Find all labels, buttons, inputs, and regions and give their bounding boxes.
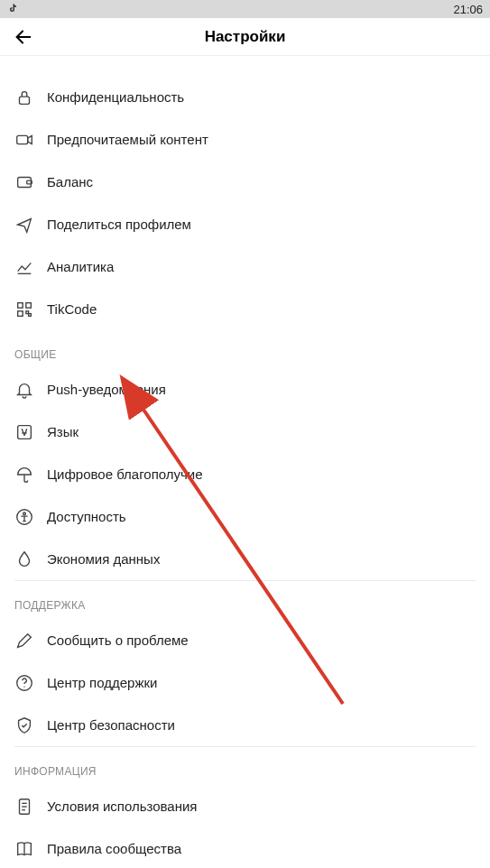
svg-marker-3 [28, 135, 32, 143]
settings-item-label: Предпочитаемый контент [47, 132, 208, 147]
settings-item-language[interactable]: Язык [0, 411, 490, 453]
svg-point-13 [23, 512, 26, 514]
svg-rect-11 [18, 425, 32, 439]
settings-item-report-problem[interactable]: Сообщить о проблеме [0, 619, 490, 661]
shield-check-icon [14, 716, 34, 735]
accessibility-icon [14, 507, 34, 527]
back-button[interactable] [11, 24, 36, 50]
settings-item-label: Условия использования [47, 799, 198, 814]
settings-item-safety-center[interactable]: Центр безопасности [0, 704, 490, 746]
status-time: 21:06 [453, 3, 483, 16]
settings-item-label: Поделиться профилем [47, 217, 191, 232]
settings-item-label: TikCode [47, 301, 97, 317]
settings-item-help-center[interactable]: Центр поддержки [0, 661, 490, 704]
settings-item-label: Конфиденциальность [47, 89, 184, 105]
settings-item-digital-wellbeing[interactable]: Цифровое благополучие [0, 453, 490, 495]
settings-item-data-saver[interactable]: Экономия данных [0, 538, 490, 580]
settings-item-community-guidelines[interactable]: Правила сообщества [0, 827, 490, 868]
settings-item-label: Центр безопасности [47, 717, 175, 733]
status-bar: 21:06 [0, 0, 490, 18]
settings-item-label: Сообщить о проблеме [47, 633, 189, 648]
arrow-left-icon [14, 27, 33, 47]
settings-item-label: Цифровое благополучие [47, 466, 203, 482]
settings-item-label: Экономия данных [47, 551, 160, 567]
settings-item-analytics[interactable]: Аналитика [0, 245, 490, 288]
settings-item-label: Центр поддержки [47, 675, 157, 690]
book-icon [14, 839, 34, 859]
qr-icon [14, 300, 34, 319]
section-header-support: ПОДДЕРЖКА [0, 581, 490, 619]
svg-rect-4 [18, 177, 32, 187]
chart-icon [14, 257, 34, 277]
settings-list: Конфиденциальность Предпочитаемый контен… [0, 56, 490, 868]
settings-item-tikcode[interactable]: TikCode [0, 288, 490, 330]
settings-item-privacy[interactable]: Конфиденциальность [0, 76, 490, 118]
settings-item-label: Аналитика [47, 259, 114, 274]
svg-rect-6 [18, 302, 23, 308]
svg-rect-1 [20, 97, 30, 104]
svg-rect-10 [29, 313, 32, 316]
settings-item-accessibility[interactable]: Доступность [0, 495, 490, 538]
pencil-icon [14, 631, 34, 651]
partial-row [0, 56, 490, 76]
settings-item-share-profile[interactable]: Поделиться профилем [0, 203, 490, 245]
bell-icon [14, 380, 34, 400]
settings-item-terms[interactable]: Условия использования [0, 785, 490, 827]
settings-item-label: Баланс [47, 174, 93, 189]
section-header-info: ИНФОРМАЦИЯ [0, 747, 490, 785]
help-icon [14, 673, 34, 693]
svg-rect-2 [17, 135, 28, 143]
settings-item-label: Язык [47, 424, 79, 439]
settings-item-balance[interactable]: Баланс [0, 161, 490, 203]
umbrella-icon [14, 465, 34, 485]
settings-item-label: Доступность [47, 509, 126, 524]
tiktok-status-icon [7, 3, 18, 16]
section-header-general: ОБЩИЕ [0, 330, 490, 368]
settings-item-content-preferences[interactable]: Предпочитаемый контент [0, 118, 490, 161]
svg-rect-8 [18, 310, 23, 316]
language-icon [14, 422, 34, 442]
video-camera-icon [14, 130, 34, 150]
wallet-icon [14, 172, 34, 192]
document-icon [14, 797, 34, 817]
settings-item-label: Правила сообщества [47, 841, 181, 856]
page-title: Настройки [0, 28, 490, 46]
share-icon [14, 215, 34, 235]
settings-item-push-notifications[interactable]: Push-уведомления [0, 368, 490, 411]
svg-rect-7 [26, 302, 32, 308]
svg-point-15 [23, 686, 24, 687]
lock-icon [14, 88, 34, 107]
settings-item-label: Push-уведомления [47, 382, 166, 397]
droplet-icon [14, 549, 34, 569]
header: Настройки [0, 18, 490, 56]
